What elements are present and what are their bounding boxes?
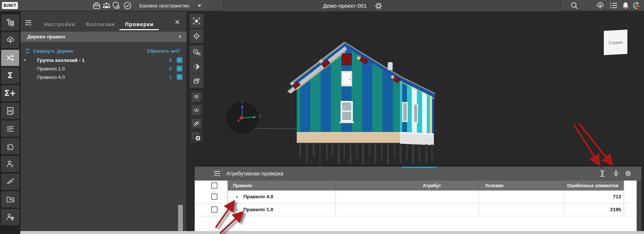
team-icon[interactable] (102, 1, 111, 10)
tool-section-plane[interactable] (189, 60, 203, 74)
building-model-3d (253, 30, 441, 170)
row-errors-value: 712 (563, 194, 621, 199)
tree-row-count: 5 (160, 66, 172, 71)
rail-item-plugins[interactable] (1, 138, 19, 154)
tree-row-label[interactable]: Правило 1.0 (37, 66, 65, 71)
column-errors[interactable]: Ошибочных элементов (563, 183, 622, 188)
attribute-panel-title: Атрибутивная проверка (226, 171, 283, 177)
shield-badge-icon[interactable] (112, 1, 121, 10)
tool-locate[interactable] (189, 29, 203, 43)
axis-y-label: Y (259, 115, 261, 119)
viewcube-face[interactable]: Справа (604, 29, 627, 55)
rail-item-sheets-2d[interactable]: 2D (1, 103, 19, 119)
caret-down-icon[interactable]: ▾ (236, 207, 238, 212)
rail-item-user-location[interactable] (1, 209, 19, 225)
axis-gizmo[interactable]: Z Y (223, 100, 267, 140)
axis-z-label: Z (241, 100, 243, 104)
bottom-edge-strip (20, 231, 644, 234)
tab-collisions[interactable]: Коллизии (86, 21, 115, 27)
column-condition[interactable]: Условие (485, 183, 504, 188)
rail-item-sum-add[interactable]: Σ+ (1, 85, 19, 101)
tool-clear-selection[interactable] (190, 130, 203, 143)
tool-show-elements[interactable] (190, 104, 203, 116)
rail-item-construction[interactable] (1, 174, 19, 190)
tree-row-label[interactable]: Правило 4.0 (37, 74, 65, 80)
select-all-checkbox[interactable] (211, 182, 217, 189)
table-row[interactable]: ▾ Правило 4.0 712 (195, 191, 637, 203)
panel-drag-handle[interactable] (402, 167, 437, 168)
tool-select-box[interactable] (190, 91, 203, 103)
table-scrollbar-track[interactable] (637, 181, 641, 231)
rules-tree-header[interactable]: Дерево правил ▼ (21, 32, 187, 42)
row-checkbox[interactable] (211, 193, 217, 200)
2d-label: 2D (8, 109, 13, 113)
check-circle-icon[interactable] (123, 1, 132, 10)
topbar-separator (135, 0, 135, 11)
row-errors-value: 2195 (563, 207, 621, 212)
row-checkbox[interactable] (211, 206, 217, 213)
app-logo[interactable]: BiMiT (2, 2, 18, 9)
checks-panel: Настройки Коллизии Проверки × Дерево пра… (20, 11, 186, 231)
bell-icon[interactable] (621, 1, 630, 10)
tool-measure[interactable] (189, 45, 203, 59)
top-bar: BiMiT Базовое пространство Демо-проект-0… (0, 0, 644, 11)
topbar-middle-segment (223, 0, 561, 11)
close-icon[interactable]: × (175, 18, 180, 27)
panel-menu-icon[interactable] (25, 20, 32, 26)
collapse-tree-icon[interactable] (25, 48, 30, 54)
table-row[interactable]: ▾ Правило 1.0 2195 (195, 203, 637, 216)
tree-row-rule[interactable]: Правило 1.0 5 ✓ (21, 64, 187, 73)
rail-item-structure[interactable] (1, 14, 19, 31)
list-icon[interactable] (609, 1, 618, 10)
tree-row-checkbox[interactable]: ✓ (177, 57, 182, 63)
tab-settings[interactable]: Настройки (44, 21, 76, 27)
collapse-tree-link[interactable]: Свернуть дерево (33, 49, 73, 54)
panel-menu-icon[interactable] (214, 170, 221, 177)
rail-item-collisions[interactable] (1, 50, 19, 66)
rail-item-charts[interactable] (1, 121, 19, 137)
chevron-down-icon[interactable] (198, 5, 201, 7)
table-header-row: Правило Атрибут Условие Ошибочных элемен… (195, 181, 641, 191)
tree-row-count: 1 (160, 75, 172, 80)
column-rule[interactable]: Правило (233, 183, 252, 188)
tree-row-label[interactable]: Группа коллизий - 1 (37, 57, 84, 63)
collapse-rows-icon[interactable] (612, 170, 620, 177)
caret-down-icon[interactable]: ▾ (236, 195, 238, 199)
workspace-selector[interactable]: Базовое пространство (139, 3, 189, 8)
tool-hide-elements[interactable] (190, 117, 203, 129)
sigma-icon: Σ (7, 71, 13, 80)
row-rule-label[interactable]: Правило 4.0 (243, 194, 273, 199)
rail-item-sum[interactable]: Σ (1, 67, 19, 84)
tree-icon[interactable] (596, 1, 605, 10)
expand-rows-icon[interactable] (599, 170, 606, 177)
row-rule-label[interactable]: Правило 1.0 (243, 207, 273, 212)
tool-zoom-fit[interactable] (189, 14, 203, 28)
viewport-3d[interactable]: Z Y Справа Атрибутивная проверка (186, 11, 644, 231)
tree-row-checkbox[interactable]: ✓ (177, 74, 182, 80)
viewcube-label: Справа (609, 40, 623, 45)
panel-scrollbar-thumb[interactable] (178, 205, 183, 231)
caret-down-icon[interactable]: ▾ (24, 57, 26, 62)
notification-badge (637, 6, 641, 10)
attribute-panel-header: Атрибутивная проверка (195, 167, 641, 181)
tree-row-checkbox[interactable]: ✓ (177, 66, 182, 71)
table-settings-gear-icon[interactable] (624, 170, 632, 177)
search-icon[interactable] (570, 1, 579, 10)
tree-row-group[interactable]: ▾ Группа коллизий - 1 6 ✓ (21, 56, 187, 64)
briefcase-icon[interactable] (92, 1, 101, 10)
rail-item-model-tree[interactable] (1, 32, 19, 48)
reset-all-icon[interactable] (174, 48, 181, 54)
active-tab-underline (119, 29, 159, 30)
attribute-check-panel: Атрибутивная проверка (195, 167, 641, 231)
tool-section-box[interactable] (189, 74, 203, 88)
rail-item-user-check[interactable] (1, 156, 19, 172)
rules-tree-title: Дерево правил (27, 34, 65, 39)
project-title: Демо-проект-001 (323, 3, 367, 9)
rail-item-folder-export[interactable] (1, 191, 19, 207)
chevron-down-icon: ▼ (178, 34, 182, 39)
project-settings-gear-icon[interactable] (374, 1, 383, 10)
tab-checks[interactable]: Проверки (125, 21, 154, 27)
tree-row-rule[interactable]: Правило 4.0 1 ✓ (21, 73, 187, 81)
sigma-plus-icon: Σ+ (4, 89, 16, 98)
column-attribute[interactable]: Атрибут (423, 183, 441, 188)
